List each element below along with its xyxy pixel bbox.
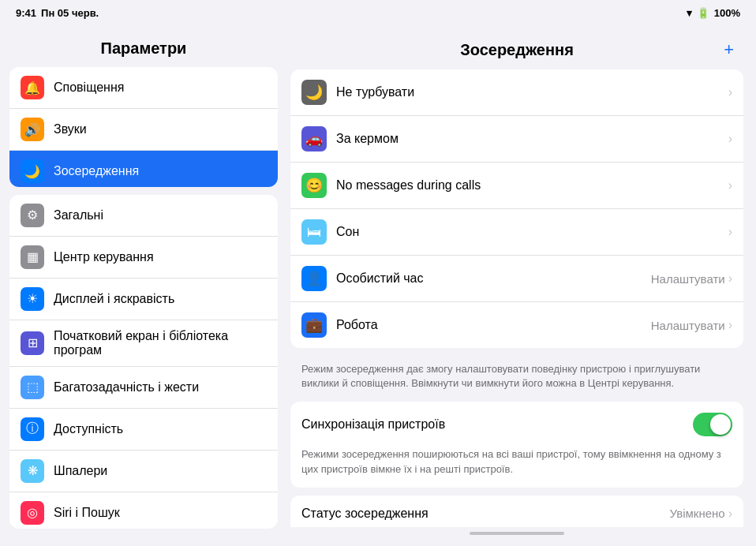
sidebar-item-accessibility[interactable]: ⓘ Доступність — [9, 409, 278, 451]
sidebar-icon-home-screen: ⊞ — [21, 331, 44, 355]
home-bar — [470, 532, 564, 535]
focus-icon-work: 💼 — [301, 312, 327, 338]
sidebar-item-wallpaper[interactable]: ❋ Шпалери — [9, 451, 278, 492]
status-focus-label: Статус зосередження — [301, 507, 670, 521]
sidebar-label-general: Загальні — [54, 208, 267, 223]
focus-label-no-messages: No messages during calls — [336, 178, 728, 193]
focus-label-work: Робота — [336, 318, 651, 332]
sidebar-item-sounds[interactable]: 🔊 Звуки — [9, 109, 278, 151]
focus-item-driving[interactable]: 🚗 За кермом › — [290, 116, 743, 163]
status-time: 9:41 — [16, 7, 36, 19]
sidebar-icon-multitasking: ⬚ — [21, 376, 44, 399]
focus-chevron-do-not-disturb: › — [728, 85, 732, 99]
sidebar-label-multitasking: Багатозадачність і жести — [54, 380, 267, 395]
focus-icon-personal: 👤 — [301, 266, 327, 291]
sync-label: Синхронізація пристроїв — [301, 417, 693, 432]
right-header: Зосередження + — [287, 32, 747, 69]
sidebar-label-display: Дисплей і яскравість — [54, 292, 267, 306]
sidebar: Параметри 🔔 Сповіщення 🔊 Звуки 🌙 Зосеред… — [9, 32, 278, 537]
focus-icon-driving: 🚗 — [301, 126, 327, 151]
sync-toggle[interactable] — [693, 413, 732, 436]
sidebar-label-notifications: Сповіщення — [54, 80, 267, 95]
sidebar-label-focus: Зосередження — [54, 164, 267, 178]
sidebar-item-focus[interactable]: 🌙 Зосередження — [9, 151, 278, 187]
focus-chevron-driving: › — [728, 132, 732, 146]
focus-item-sleep[interactable]: 🛏 Сон › — [290, 209, 743, 256]
status-focus-value: Увімкнено — [670, 507, 725, 520]
right-panel: Зосередження + 🌙 Не турбувати › 🚗 За кер… — [287, 32, 747, 537]
sidebar-item-display[interactable]: ☀ Дисплей і яскравість — [9, 279, 278, 320]
status-row[interactable]: Статус зосередження Увімкнено › — [290, 496, 743, 527]
sidebar-item-home-screen[interactable]: ⊞ Початковий екран і бібліотека програм — [9, 320, 278, 367]
focus-chevron-sleep: › — [728, 225, 732, 239]
add-focus-button[interactable]: + — [710, 39, 734, 60]
home-indicator — [287, 527, 747, 537]
focus-label-personal: Особистий час — [336, 271, 651, 286]
sidebar-icon-control-center: ▦ — [21, 245, 44, 269]
status-bar: 9:41 Пн 05 черв. ▾ 🔋 100% — [0, 0, 756, 25]
battery-percent: 100% — [714, 7, 740, 19]
sidebar-bottom-group: ⚙ Загальні ▦ Центр керування ☀ Дисплей і… — [9, 195, 278, 529]
status-chevron-icon: › — [728, 507, 732, 521]
focus-chevron-work: › — [728, 318, 732, 332]
sync-info-text: Режими зосередження поширюються на всі в… — [290, 447, 743, 487]
focus-icon-no-messages: 😊 — [301, 173, 327, 198]
sidebar-icon-general: ⚙ — [21, 204, 44, 227]
sidebar-item-multitasking[interactable]: ⬚ Багатозадачність і жести — [9, 367, 278, 409]
right-panel-title: Зосередження — [324, 41, 710, 59]
sidebar-label-sounds: Звуки — [54, 122, 267, 136]
sync-toggle-knob — [710, 414, 731, 435]
focus-info-text: Режим зосередження дає змогу налаштовува… — [290, 359, 743, 402]
status-left: 9:41 Пн 05 черв. — [16, 7, 99, 19]
main-container: Параметри 🔔 Сповіщення 🔊 Звуки 🌙 Зосеред… — [0, 25, 756, 546]
status-right: ▾ 🔋 100% — [687, 7, 740, 19]
sidebar-item-notifications[interactable]: 🔔 Сповіщення — [9, 67, 278, 109]
sidebar-icon-focus: 🌙 — [21, 159, 44, 183]
focus-list: 🌙 Не турбувати › 🚗 За кермом › 😊 No mess… — [290, 69, 743, 348]
sidebar-label-accessibility: Доступність — [54, 422, 267, 436]
sidebar-label-control-center: Центр керування — [54, 250, 267, 264]
sidebar-icon-sounds: 🔊 — [21, 118, 44, 141]
sidebar-item-general[interactable]: ⚙ Загальні — [9, 195, 278, 237]
focus-item-personal[interactable]: 👤 Особистий час Налаштувати › — [290, 256, 743, 302]
focus-label-sleep: Сон — [336, 225, 728, 239]
sidebar-icon-wallpaper: ❋ — [21, 459, 44, 483]
right-content: 🌙 Не турбувати › 🚗 За кермом › 😊 No mess… — [287, 69, 747, 527]
status-day: Пн 05 черв. — [41, 7, 99, 19]
focus-chevron-personal: › — [728, 271, 732, 286]
focus-item-no-messages[interactable]: 😊 No messages during calls › — [290, 163, 743, 209]
sidebar-label-wallpaper: Шпалери — [54, 464, 267, 478]
sidebar-icon-siri: ◎ — [21, 501, 44, 525]
focus-action-work: Налаштувати — [651, 319, 725, 332]
focus-icon-sleep: 🛏 — [301, 219, 327, 245]
sync-section: Синхронізація пристроїв Режими зосередже… — [290, 402, 743, 487]
sidebar-top-group: 🔔 Сповіщення 🔊 Звуки 🌙 Зосередження ⏱ Ек… — [9, 67, 278, 187]
focus-action-personal: Налаштувати — [651, 272, 725, 286]
wifi-icon: ▾ — [687, 7, 692, 19]
sidebar-icon-notifications: 🔔 — [21, 76, 44, 99]
focus-label-do-not-disturb: Не турбувати — [336, 85, 728, 99]
sidebar-title: Параметри — [9, 32, 278, 67]
sync-row: Синхронізація пристроїв — [290, 402, 743, 447]
focus-item-work[interactable]: 💼 Робота Налаштувати › — [290, 302, 743, 348]
battery-icon: 🔋 — [697, 7, 709, 19]
focus-icon-do-not-disturb: 🌙 — [301, 80, 327, 105]
status-section: Статус зосередження Увімкнено › Коли ви … — [290, 496, 743, 527]
sidebar-label-home-screen: Початковий екран і бібліотека програм — [54, 329, 267, 357]
focus-chevron-no-messages: › — [728, 178, 732, 193]
sidebar-label-siri: Siri і Пошук — [54, 506, 267, 520]
sidebar-icon-display: ☀ — [21, 287, 44, 311]
sidebar-item-siri[interactable]: ◎ Siri і Пошук — [9, 492, 278, 529]
sidebar-icon-accessibility: ⓘ — [21, 417, 44, 441]
focus-label-driving: За кермом — [336, 132, 728, 146]
focus-item-do-not-disturb[interactable]: 🌙 Не турбувати › — [290, 69, 743, 116]
sidebar-item-control-center[interactable]: ▦ Центр керування — [9, 237, 278, 279]
